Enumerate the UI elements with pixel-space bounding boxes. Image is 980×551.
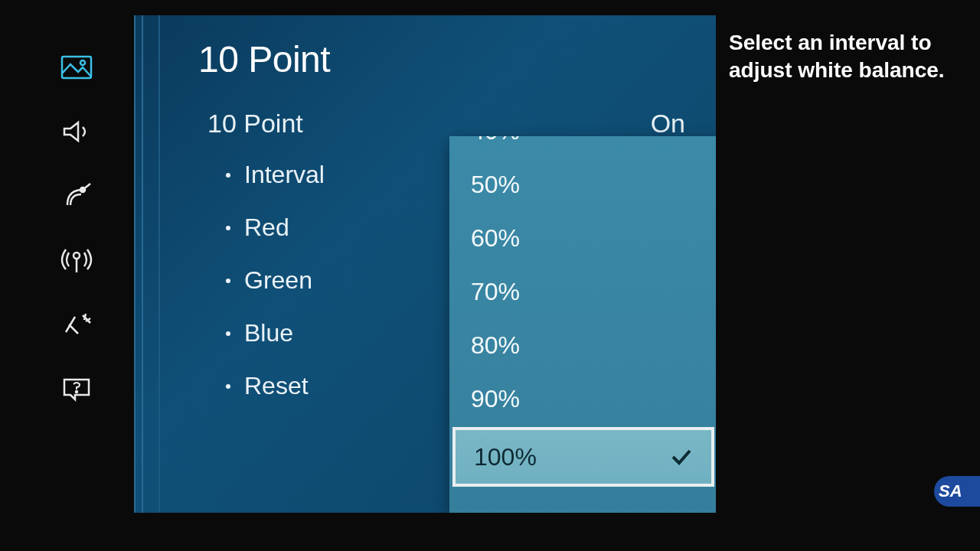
menu-item-interval[interactable]: Interval — [226, 161, 325, 189]
dropdown-option-70[interactable]: 70% — [449, 265, 716, 318]
dropdown-option-80[interactable]: 80% — [449, 318, 716, 372]
bullet-icon — [226, 226, 230, 230]
sidebar-sound-icon[interactable] — [60, 118, 93, 145]
panel-title: 10 Point — [198, 38, 330, 80]
dropdown-option-60[interactable]: 60% — [449, 211, 716, 265]
bullet-icon — [226, 331, 230, 336]
sidebar-system-icon[interactable] — [60, 311, 93, 338]
menu-item-red[interactable]: Red — [226, 214, 325, 242]
bullet-icon — [226, 173, 230, 178]
menu-item-blue[interactable]: Blue — [226, 319, 325, 347]
dropdown-option-100[interactable]: 100% — [452, 427, 714, 487]
dropdown-option-label: 50% — [471, 171, 520, 199]
sidebar-support-icon[interactable] — [60, 375, 93, 403]
interval-dropdown: 40% 50% 60% 70% 80% 90% 100% — [449, 136, 716, 513]
dropdown-option-label: 80% — [471, 331, 520, 360]
svg-point-1 — [80, 60, 85, 65]
toggle-10-point[interactable]: 10 Point On — [207, 109, 685, 139]
menu-item-label: Blue — [244, 319, 293, 347]
toggle-value: On — [651, 109, 685, 139]
dropdown-option-label: 100% — [474, 443, 537, 471]
svg-point-6 — [76, 391, 77, 393]
settings-sidebar — [46, 54, 107, 403]
bullet-icon — [226, 279, 230, 283]
dropdown-option-40[interactable]: 40% — [449, 136, 716, 158]
sidebar-network-icon[interactable] — [60, 246, 93, 274]
dropdown-option-label: 60% — [471, 224, 520, 253]
dropdown-option-label: 90% — [471, 385, 520, 413]
menu-item-label: Red — [244, 214, 289, 242]
bullet-icon — [226, 384, 230, 389]
dropdown-option-50[interactable]: 50% — [449, 158, 716, 211]
settings-panel: 10 Point 10 Point On Interval Red Green … — [134, 15, 716, 513]
check-icon — [670, 448, 693, 466]
menu-item-label: Interval — [244, 161, 325, 189]
svg-point-4 — [74, 253, 80, 259]
dropdown-option-label: 40% — [471, 136, 520, 145]
menu-item-label: Green — [244, 266, 312, 295]
dropdown-option-label: 70% — [471, 278, 520, 306]
sidebar-picture-icon[interactable] — [60, 54, 93, 81]
sidebar-broadcast-icon[interactable] — [60, 182, 93, 210]
toggle-label: 10 Point — [207, 109, 303, 139]
menu-list: Interval Red Green Blue Reset — [226, 161, 325, 400]
menu-item-label: Reset — [244, 372, 309, 400]
help-text: Select an interval to adjust white balan… — [729, 29, 959, 85]
menu-item-green[interactable]: Green — [226, 266, 325, 295]
dropdown-option-90[interactable]: 90% — [449, 372, 716, 425]
brand-logo: SA — [934, 476, 980, 507]
svg-line-3 — [83, 184, 90, 190]
menu-item-reset[interactable]: Reset — [226, 372, 325, 400]
